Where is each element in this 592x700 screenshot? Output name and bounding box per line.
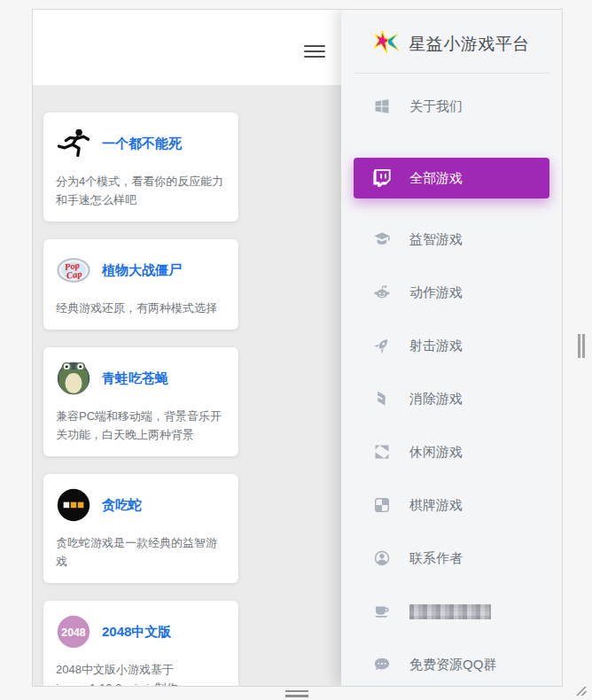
menu-icon-wrap: [373, 603, 391, 620]
menu-icon-wrap: [373, 337, 391, 354]
svg-text:2048: 2048: [61, 626, 85, 639]
sidebar-item-label: 休闲游戏: [409, 444, 463, 461]
menu-icon-wrap: [373, 97, 391, 115]
reddit-icon: [373, 284, 391, 301]
redacted-label: [409, 604, 491, 619]
sidebar-item-label: 益智游戏: [409, 231, 463, 248]
frog-icon: [56, 361, 91, 396]
game-description: 贪吃蛇游戏是一款经典的益智游戏: [56, 533, 226, 571]
sidebar-item-label: 联系作者: [409, 550, 463, 567]
game-card: 2048 2048中文版2048中文版小游戏基于jquery.1.10.2.mi…: [43, 601, 238, 686]
menu-icon-wrap: [373, 443, 391, 461]
game-description: 2048中文版小游戏基于jquery.1.10.2.min.js制作: [56, 660, 226, 686]
sidebar-item-label: 关于我们: [409, 98, 463, 115]
game-card-header: 一个都不能死: [56, 126, 226, 161]
brand[interactable]: 星益小游戏平台: [341, 10, 562, 60]
sidebar-item-shooter-games[interactable]: 射击游戏: [341, 319, 562, 372]
comment-dots-icon: [373, 656, 391, 673]
star-logo-icon: [373, 29, 401, 56]
sidebar-item-qq-group[interactable]: 免费资源QQ群: [341, 638, 562, 687]
game-card-header: 2048 2048中文版: [56, 614, 226, 649]
sidebar-item-board-games[interactable]: 棋牌游戏: [341, 478, 562, 532]
sidebar-item-label: 免费资源QQ群: [409, 657, 496, 673]
graduation-cap-icon: [373, 230, 391, 248]
sidebar-item-match-games[interactable]: 消除游戏: [341, 372, 562, 425]
sidebar-item-about[interactable]: 关于我们: [341, 80, 562, 133]
sidebar-item-action-games[interactable]: 动作游戏: [341, 266, 562, 319]
game-title-link[interactable]: 2048中文版: [102, 624, 171, 641]
twitch-icon: [373, 169, 391, 187]
windows-icon: [373, 97, 391, 115]
menu-icon-wrap: [373, 656, 391, 673]
snake-icon: [56, 487, 91, 523]
pinwheel-icon: [373, 443, 391, 461]
menu-toggle-button[interactable]: [304, 43, 325, 59]
runner-icon: [56, 126, 91, 161]
houzz-icon: [373, 390, 391, 408]
game-description: 兼容PC端和移动端，背景音乐开关功能，白天晚上两种背景: [56, 407, 226, 444]
menu-icon-wrap: [373, 390, 391, 408]
game-title-link[interactable]: 贪吃蛇: [102, 497, 142, 514]
rocket-icon: [373, 337, 391, 354]
sidebar-item-redacted-link[interactable]: [341, 585, 562, 638]
game-card-header: 贪吃蛇: [56, 487, 226, 523]
resize-handle-corner[interactable]: [574, 683, 588, 697]
game-card-header: Pop Cap 植物大战僵尸: [56, 253, 226, 288]
game-card: Pop Cap 植物大战僵尸经典游戏还原，有两种模式选择: [43, 239, 238, 330]
game-2048-icon: 2048: [56, 614, 91, 649]
hamburger-icon: [304, 45, 325, 48]
game-description: 分为4个模式，看看你的反应能力和手速怎么样吧: [56, 172, 226, 209]
game-card: 青蛙吃苍蝇兼容PC端和移动端，背景音乐开关功能，白天晚上两种背景: [43, 347, 238, 456]
sidebar-item-label: 射击游戏: [409, 338, 463, 354]
game-card-header: 青蛙吃苍蝇: [56, 361, 226, 396]
sidebar-item-casual-games[interactable]: 休闲游戏: [341, 425, 562, 478]
user-circle-icon: [373, 549, 391, 567]
sidebar: 星益小游戏平台 关于我们 全部游戏 益智游戏 动作游戏 射击游戏 消除游戏 休闲…: [341, 10, 562, 686]
app-window: 一个都不能死分为4个模式，看看你的反应能力和手速怎么样吧 Pop Cap 植物大…: [32, 9, 563, 687]
sidebar-item-label: 动作游戏: [409, 284, 463, 301]
brand-title: 星益小游戏平台: [409, 33, 530, 56]
game-title-link[interactable]: 一个都不能死: [102, 136, 182, 152]
menu-icon-wrap: [373, 284, 391, 301]
menu-icon-wrap: [373, 549, 391, 567]
game-list: 一个都不能死分为4个模式，看看你的反应能力和手速怎么样吧 Pop Cap 植物大…: [33, 85, 343, 686]
sidebar-item-label: 棋牌游戏: [409, 497, 463, 514]
sidebar-item-label: 消除游戏: [409, 391, 463, 408]
game-card: 贪吃蛇贪吃蛇游戏是一款经典的益智游戏: [43, 474, 238, 583]
sidebar-item-puzzle-games[interactable]: 益智游戏: [341, 213, 562, 266]
brand-logo-slot: [373, 29, 401, 59]
game-title-link[interactable]: 青蛙吃苍蝇: [102, 370, 168, 387]
menu-icon-wrap: [373, 169, 391, 187]
coffee-icon: [373, 603, 391, 620]
sidebar-item-label: 全部游戏: [409, 170, 463, 187]
resize-handle-bottom[interactable]: [285, 690, 308, 700]
menu-icon-wrap: [373, 496, 391, 514]
resize-handle-right[interactable]: [578, 334, 585, 358]
sidebar-item-contact-author[interactable]: 联系作者: [341, 532, 562, 585]
game-description: 经典游戏还原，有两种模式选择: [56, 299, 226, 317]
game-title-link[interactable]: 植物大战僵尸: [102, 262, 182, 279]
sidebar-item-all-games[interactable]: 全部游戏: [354, 158, 549, 198]
checker-square-icon: [373, 496, 391, 514]
menu-icon-wrap: [373, 230, 391, 248]
game-card: 一个都不能死分为4个模式，看看你的反应能力和手速怎么样吧: [43, 113, 238, 222]
popcap-icon: Pop Cap: [56, 253, 91, 288]
sidebar-menu: 关于我们 全部游戏 益智游戏 动作游戏 射击游戏 消除游戏 休闲游戏 棋牌游戏: [341, 74, 562, 687]
